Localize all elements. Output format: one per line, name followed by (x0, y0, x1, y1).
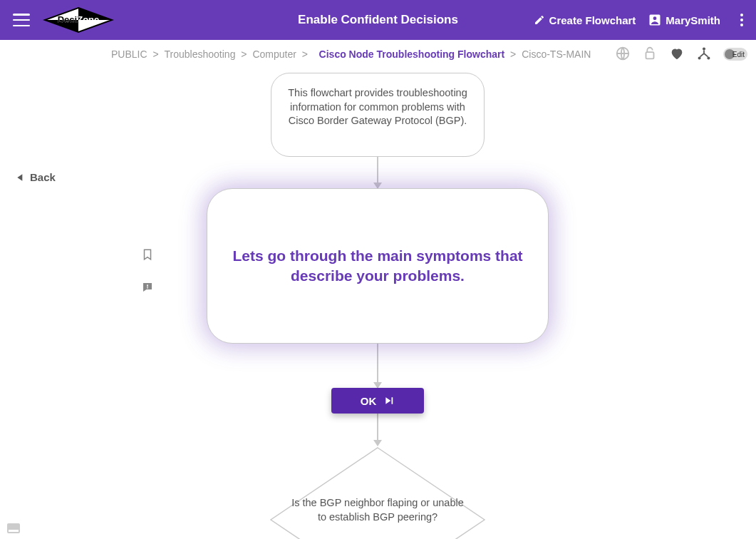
heart-icon[interactable] (669, 46, 685, 63)
app-header: DeciZone DeciZone Enable Confident Decis… (0, 0, 756, 40)
info-node[interactable]: This flowchart provides troubleshooting … (271, 73, 485, 157)
globe-icon[interactable] (615, 46, 631, 63)
flowchart-canvas: Back This flowchart provides troubleshoo… (0, 68, 756, 539)
crumb-tail: Cisco-TS-MAIN (522, 48, 591, 60)
tree-icon[interactable] (696, 46, 712, 63)
connector (377, 344, 378, 388)
back-label: Back (30, 171, 56, 183)
svg-rect-12 (147, 287, 148, 289)
ok-button[interactable]: OK (331, 388, 424, 414)
back-icon (16, 173, 26, 183)
keyboard-icon[interactable] (7, 523, 20, 533)
crumb-public[interactable]: PUBLIC (111, 48, 147, 60)
svg-rect-11 (147, 284, 148, 287)
logo[interactable]: DeciZone DeciZone (43, 6, 114, 34)
comment-icon[interactable] (141, 281, 154, 297)
create-flowchart-label: Create Flowchart (549, 14, 636, 26)
info-node-text: This flowchart provides troubleshooting … (288, 87, 467, 126)
header-right: Create Flowchart MarySmith (534, 14, 750, 26)
breadcrumb-bar: PUBLIC > Troubleshooting > Computer > Ci… (0, 40, 756, 68)
current-node[interactable]: Lets go through the main symptoms that d… (207, 188, 549, 344)
edit-toggle-label: Edit (732, 51, 745, 58)
current-node-text: Lets go through the main symptoms that d… (229, 246, 527, 287)
crumb-troubleshooting[interactable]: Troubleshooting (165, 48, 236, 60)
toolbar: Edit (615, 46, 747, 63)
svg-rect-7 (646, 52, 654, 58)
menu-icon[interactable] (13, 14, 30, 26)
side-tools (141, 248, 154, 297)
svg-marker-13 (271, 448, 485, 539)
crumb-active[interactable]: Cisco Node Troubleshooting Flowchart (319, 48, 505, 60)
next-icon (383, 396, 395, 406)
decision-node-text: Is the BGP neighbor flaping or unable to… (289, 496, 467, 524)
crumb-computer[interactable]: Computer (252, 48, 296, 60)
lock-icon[interactable] (642, 46, 658, 63)
page-title: Enable Confident Decisions (298, 13, 458, 27)
svg-point-8 (703, 47, 705, 50)
bookmark-icon[interactable] (141, 248, 154, 264)
edit-toggle[interactable]: Edit (723, 48, 747, 61)
more-icon[interactable] (733, 14, 750, 26)
back-button[interactable]: Back (16, 171, 56, 183)
svg-point-5 (653, 16, 657, 20)
user-menu[interactable]: MarySmith (648, 14, 720, 26)
create-flowchart-button[interactable]: Create Flowchart (534, 14, 636, 26)
pencil-icon (534, 14, 545, 26)
decision-node[interactable]: Is the BGP neighbor flaping or unable to… (268, 445, 487, 539)
avatar-icon (648, 14, 661, 26)
user-name: MarySmith (666, 14, 720, 26)
ok-label: OK (361, 395, 377, 407)
